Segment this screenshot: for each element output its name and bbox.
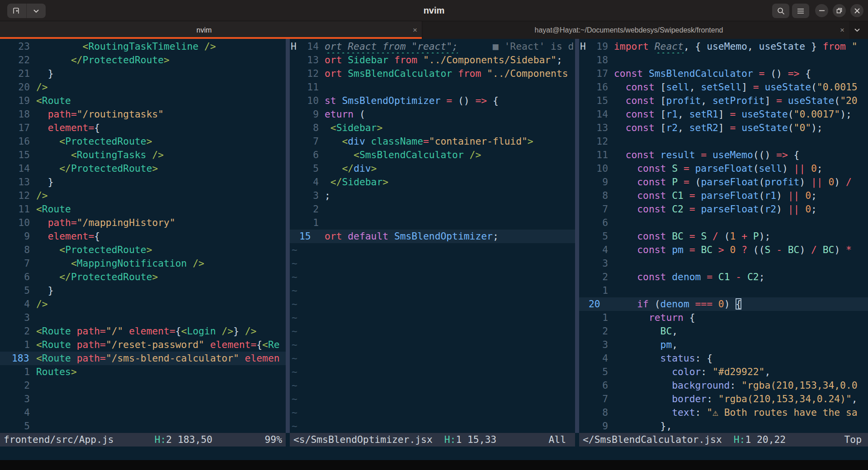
code-line[interactable]: 2 [290, 202, 575, 216]
code-line[interactable]: ~ [290, 338, 575, 352]
code-line[interactable]: ~ [290, 406, 575, 419]
code-line[interactable]: 4 </Sidebar> [290, 175, 575, 189]
code-line[interactable]: 3 [0, 392, 286, 406]
code-line[interactable]: 6 <SmsBlendCalculator /> [290, 148, 575, 162]
code-line[interactable]: 1Routes> [0, 365, 286, 379]
code-line[interactable]: 1 return { [579, 311, 868, 324]
code-line[interactable]: 6 [579, 216, 868, 230]
tab-close-icon[interactable]: × [835, 26, 849, 35]
code-line[interactable]: 2 [0, 379, 286, 392]
code-line[interactable]: 4 const pm = BC > 0 ? ((S - BC) / BC) * [579, 243, 868, 257]
code-line[interactable]: 5 } [0, 284, 286, 297]
code-line[interactable]: 12ort SmsBlendCalculator from "../Compon… [290, 67, 575, 80]
code-line[interactable]: 5 const BC = S / (1 + P); [579, 230, 868, 243]
code-line[interactable]: 15 const [profit, setProfit] = useState(… [579, 94, 868, 108]
code-line[interactable]: 2<Route path="/" element={<Login />} /> [0, 324, 286, 338]
code-line[interactable]: 12 [579, 135, 868, 148]
code-line[interactable]: 15 <RoutingTasks /> [0, 148, 286, 162]
code-line[interactable]: ~ [290, 257, 575, 270]
code-line[interactable]: 9 element={ [0, 230, 286, 243]
code-line[interactable]: 5 </div> [290, 162, 575, 175]
code-line[interactable]: 13ort Sidebar from "../Components/Sideba… [290, 53, 575, 67]
cursor-line[interactable]: 15ort default SmsBlendOptimizer; [290, 230, 575, 243]
code-line[interactable]: 11 const result = useMemo(() => { [579, 148, 868, 162]
code-line[interactable]: 1<Route path="/reset-password" element={… [0, 338, 286, 352]
code-line[interactable]: 12/> [0, 189, 286, 202]
code-line[interactable]: 9 const P = (parseFloat(profit) || 0) / [579, 175, 868, 189]
cursor-line[interactable]: 183<Route path="/sms-blend-calculator" e… [0, 352, 286, 365]
code-line[interactable]: 9 }, [579, 419, 868, 433]
code-line[interactable]: 5 color: "#d29922", [579, 365, 868, 379]
search-button[interactable] [772, 4, 789, 18]
new-tab-button[interactable] [7, 4, 26, 18]
code-line[interactable]: 7 border: "rgba(210,153,34,0.24)", [579, 392, 868, 406]
code-line[interactable]: 14 const [r1, setR1] = useState("0.0017"… [579, 108, 868, 121]
code-line[interactable]: ~ [290, 311, 575, 324]
code-line[interactable]: ~ [290, 324, 575, 338]
command-line[interactable] [0, 446, 868, 460]
code-line[interactable]: 22 </ProtectedRoute> [0, 53, 286, 67]
code-line[interactable]: 14 </ProtectedRoute> [0, 162, 286, 175]
tabbar-overflow-button[interactable] [849, 21, 865, 39]
code-line[interactable]: ~ [290, 270, 575, 284]
code-line[interactable]: 1 [290, 216, 575, 230]
code-line[interactable]: 18 [579, 53, 868, 67]
minimize-button[interactable] [815, 4, 828, 17]
code-line[interactable]: 4 [0, 406, 286, 419]
code-line[interactable]: 13 const [r2, setR2] = useState("0"); [579, 121, 868, 135]
code-line[interactable]: 10 const S = parseFloat(sell) || 0; [579, 162, 868, 175]
tab-close-icon[interactable]: × [408, 26, 422, 35]
code-line[interactable]: ~ [290, 365, 575, 379]
code-line[interactable]: H14ort React from "react"; ■ 'React' is … [290, 40, 575, 53]
code-line[interactable]: ~ [290, 379, 575, 392]
code-line[interactable]: 21 } [0, 67, 286, 80]
tab-list-dropdown-button[interactable] [26, 4, 46, 18]
code-line[interactable]: 23 <RoutingTaskTimeline /> [0, 40, 286, 53]
code-line[interactable]: 16 <ProtectedRoute> [0, 135, 286, 148]
code-line[interactable]: ~ [290, 284, 575, 297]
code-line[interactable]: 6 background: "rgba(210,153,34,0.0 [579, 379, 868, 392]
code-line[interactable]: 16 const [sell, setSell] = useState("0.0… [579, 80, 868, 94]
code-line[interactable]: H19import React, { useMemo, useState } f… [579, 40, 868, 53]
code-line[interactable]: ~ [290, 419, 575, 433]
code-line[interactable]: 3 [0, 311, 286, 324]
code-line[interactable]: 6 </ProtectedRoute> [0, 270, 286, 284]
code-line[interactable]: 18 path="/routingtasks" [0, 108, 286, 121]
code-line[interactable]: 8 <ProtectedRoute> [0, 243, 286, 257]
code-line[interactable]: 1 [579, 284, 868, 297]
code-line[interactable]: 2 BC, [579, 324, 868, 338]
window-separator[interactable] [575, 39, 579, 433]
tab-shell[interactable]: hayat@Hayat:~/Documents/webdesys/Swipede… [422, 21, 849, 39]
code-line[interactable]: ~ [290, 297, 575, 311]
code-line[interactable]: 11 [290, 80, 575, 94]
code-line[interactable]: 9eturn ( [290, 108, 575, 121]
code-line[interactable]: 10 path="/mappingHistory" [0, 216, 286, 230]
code-line[interactable]: 7 const C2 = parseFloat(r2) || 0; [579, 202, 868, 216]
code-line[interactable]: ~ [290, 243, 575, 257]
tab-nvim[interactable]: nvim × [0, 21, 422, 39]
code-line[interactable]: 10st SmsBlendOptimizer = () => { [290, 94, 575, 108]
code-line[interactable]: 19<Route [0, 94, 286, 108]
code-line[interactable]: 3 [579, 257, 868, 270]
code-line[interactable]: 5 [0, 419, 286, 433]
code-line[interactable]: 13 } [0, 175, 286, 189]
cursor-line[interactable]: 20 if (denom === 0) { [579, 297, 868, 311]
code-line[interactable]: 8 <Sidebar> [290, 121, 575, 135]
code-line[interactable]: 4/> [0, 297, 286, 311]
window-separator[interactable] [286, 39, 290, 433]
menu-button[interactable] [792, 4, 809, 18]
code-line[interactable]: 20/> [0, 80, 286, 94]
code-line[interactable]: ~ [290, 392, 575, 406]
code-line[interactable]: 7 <MappingNotification /> [0, 257, 286, 270]
code-line[interactable]: 4 status: { [579, 352, 868, 365]
code-line[interactable]: 2 const denom = C1 - C2; [579, 270, 868, 284]
maximize-button[interactable] [833, 4, 846, 17]
code-line[interactable]: 11<Route [0, 202, 286, 216]
code-line[interactable]: 17 element={ [0, 121, 286, 135]
code-line[interactable]: 8 text: "⚠ Both routes have the sa [579, 406, 868, 419]
code-line[interactable]: ~ [290, 352, 575, 365]
code-line[interactable]: 8 const C1 = parseFloat(r1) || 0; [579, 189, 868, 202]
code-line[interactable]: 7 <div className="container-fluid"> [290, 135, 575, 148]
close-button[interactable] [850, 4, 863, 17]
code-line[interactable]: 3; [290, 189, 575, 202]
